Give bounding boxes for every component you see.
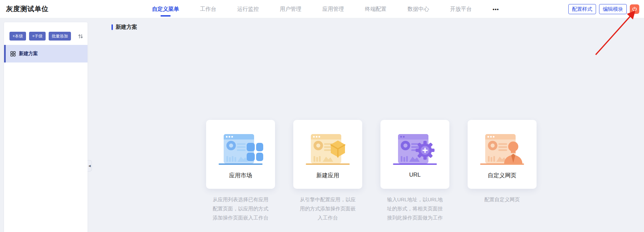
ellipsis-icon[interactable]: ••• — [493, 6, 499, 12]
card-title: 应用市场 — [229, 172, 252, 179]
sidebar-collapse-handle[interactable]: ◀ — [88, 160, 92, 172]
batch-add-button[interactable]: 批量添加 — [49, 32, 71, 41]
configure-style-button[interactable]: 配置样式 — [568, 4, 596, 14]
card-column-new-app: 新建应用 从引擎中配置应用，以应用的方式添加操作页面嵌入工作台 — [293, 120, 362, 222]
section-title-row: 新建方案 — [112, 24, 137, 31]
nav-item-terminal[interactable]: 终端配置 — [365, 0, 387, 18]
add-child-level-button[interactable]: +子级 — [29, 32, 46, 41]
edit-module-button[interactable]: 编辑模块 — [599, 4, 627, 14]
card-column-custom-page: 自定义网页 配置自定义网页 — [468, 120, 537, 222]
card-app-market[interactable]: 应用市场 — [206, 120, 275, 189]
sidebar-item-label: 新建方案 — [19, 51, 38, 57]
sidebar-toolbar: +本级 +子级 批量添加 — [4, 22, 88, 41]
nav-item-custom-menu[interactable]: 自定义菜单 — [152, 0, 179, 18]
sidebar-item-new-plan[interactable]: 新建方案 — [4, 45, 88, 62]
sort-icon[interactable] — [78, 33, 83, 39]
card-url[interactable]: URL — [380, 120, 449, 189]
app-market-illustration — [215, 129, 266, 169]
card-description: 输入URL地址，以URL地址的形式，将相关页面挂接到此操作页面做为工作 — [385, 195, 445, 222]
card-title: URL — [409, 172, 421, 178]
nav-item-users[interactable]: 用户管理 — [280, 0, 301, 18]
custom-page-illustration — [477, 129, 527, 169]
collapse-left-icon: ◀ — [89, 164, 91, 167]
brand-title: 灰度测试单位 — [6, 4, 49, 14]
card-custom-page[interactable]: 自定义网页 — [468, 120, 537, 189]
url-illustration — [390, 129, 440, 169]
nav-item-apps[interactable]: 应用管理 — [322, 0, 344, 18]
sidebar: +本级 +子级 批量添加 新建方案 — [4, 22, 88, 232]
card-description: 从引擎中配置应用，以应用的方式添加操作页面嵌入工作台 — [298, 195, 358, 222]
nav-item-workbench[interactable]: 工作台 — [200, 0, 216, 18]
nav-item-open-platform[interactable]: 开放平台 — [450, 0, 472, 18]
main-nav: 自定义菜单 工作台 运行监控 用户管理 应用管理 终端配置 数据中心 开放平台 … — [152, 0, 499, 18]
card-new-app[interactable]: 新建应用 — [293, 120, 362, 189]
page-title: 新建方案 — [116, 24, 137, 31]
top-bar: 灰度测试单位 自定义菜单 工作台 运行监控 用户管理 应用管理 终端配置 数据中… — [0, 0, 644, 18]
add-same-level-button[interactable]: +本级 — [9, 32, 26, 41]
card-description: 配置自定义网页 — [472, 195, 532, 204]
card-column-app-market: 应用市场 从应用列表选择已有应用配置页面，以应用的方式添加操作页面嵌入工作台 — [206, 120, 275, 222]
card-description: 从应用列表选择已有应用配置页面，以应用的方式添加操作页面嵌入工作台 — [210, 195, 271, 222]
nav-item-data-center[interactable]: 数据中心 — [407, 0, 429, 18]
grid-icon — [10, 51, 16, 57]
power-button[interactable] — [630, 4, 639, 14]
section-accent-bar — [112, 24, 113, 30]
new-app-illustration — [302, 129, 353, 169]
nav-item-monitor[interactable]: 运行监控 — [237, 0, 259, 18]
card-column-url: URL 输入URL地址，以URL地址的形式，将相关页面挂接到此操作页面做为工作 — [380, 120, 449, 222]
topbar-actions: 配置样式 编辑模块 — [568, 4, 639, 14]
power-icon — [632, 6, 637, 12]
card-title: 新建应用 — [316, 172, 339, 179]
card-grid: 应用市场 从应用列表选择已有应用配置页面，以应用的方式添加操作页面嵌入工作台 — [206, 120, 537, 222]
card-title: 自定义网页 — [488, 172, 517, 179]
